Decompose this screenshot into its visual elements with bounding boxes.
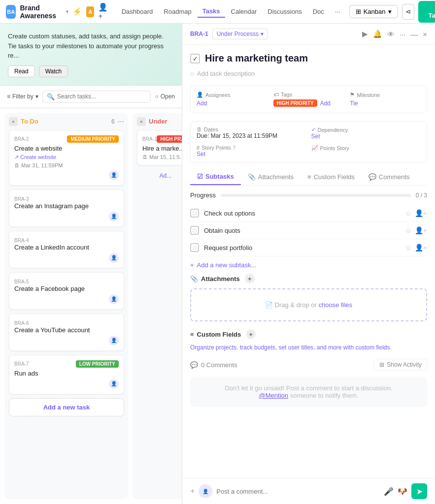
emoji-icon[interactable]: ☺ bbox=[405, 226, 412, 234]
chevron-down-icon[interactable]: ▾ bbox=[66, 9, 68, 14]
task-status-dropdown[interactable]: Under Processs ▾ bbox=[212, 29, 268, 39]
search-input[interactable] bbox=[57, 93, 147, 100]
dependency-set[interactable]: Set bbox=[311, 133, 421, 140]
desc-icon: ○ bbox=[190, 70, 194, 77]
play-icon[interactable]: ▶ bbox=[362, 30, 368, 38]
banner: Create custom statuses, add tasks, and a… bbox=[0, 24, 182, 86]
nav-calendar[interactable]: Calendar bbox=[226, 6, 262, 17]
add-new-task-button[interactable]: Add a new task bbox=[9, 398, 124, 416]
assignee-icon[interactable]: 👤+ bbox=[415, 244, 427, 252]
open-filter[interactable]: ○ Open bbox=[155, 93, 175, 100]
task-description[interactable]: ○ Add task description bbox=[190, 70, 427, 77]
subtask-checkbox[interactable]: □ bbox=[190, 209, 199, 218]
share-button[interactable]: ⊲ bbox=[402, 4, 414, 20]
nav-more[interactable]: ··· bbox=[330, 6, 345, 17]
bell-icon[interactable]: 🔔 bbox=[373, 30, 382, 38]
custom-fields-add-button[interactable]: + bbox=[246, 329, 256, 339]
assignees-add-button[interactable]: Add bbox=[197, 100, 268, 107]
nav-discussions[interactable]: Discussions bbox=[263, 6, 306, 17]
card-id: BRA-2 bbox=[14, 136, 29, 142]
show-activity-button[interactable]: ⊞ Show Activity bbox=[374, 359, 427, 371]
kanban-button[interactable]: ⊞ Kanban ▾ bbox=[349, 5, 398, 18]
project-avatar: BA bbox=[6, 5, 16, 19]
watch-button[interactable]: Watch bbox=[39, 65, 68, 77]
col-under-title: Under bbox=[149, 118, 182, 125]
project-name: Brand Awareness bbox=[20, 4, 62, 20]
col-under-add-icon[interactable]: + bbox=[137, 117, 146, 126]
topbar-nav: Dashboard Roadmap Tasks Calendar Discuss… bbox=[117, 5, 345, 18]
detail-tabs: ☑ Subtasks 📎 Attachments ≡ Custom Fields… bbox=[190, 169, 427, 186]
add-task-status-button[interactable]: + Add Task/Status bbox=[418, 1, 435, 23]
assignee-icon[interactable]: 👤+ bbox=[415, 226, 427, 234]
choose-files-link[interactable]: choose files bbox=[318, 301, 352, 309]
microphone-icon[interactable]: 🎤 bbox=[384, 487, 394, 496]
card-bra6[interactable]: BRA-6 Create a YouTube account 👤 bbox=[9, 314, 124, 351]
add-subtask-button[interactable]: + Add a new subtask... bbox=[190, 256, 427, 274]
comment-count-icon: 💬 bbox=[190, 361, 198, 369]
close-icon[interactable]: × bbox=[423, 30, 427, 38]
tag-add-button[interactable]: Add bbox=[320, 100, 331, 107]
emoji-icon[interactable]: ☺ bbox=[405, 209, 412, 217]
add-subtask-label: Add a new subtask... bbox=[197, 261, 257, 269]
card-bra5[interactable]: BRA-5 Create a Facebook page 👤 bbox=[9, 272, 124, 310]
milestone-value[interactable]: Tie bbox=[350, 100, 421, 107]
card-bra2[interactable]: BRA-2 MEDIUM PRIORITY Create a website ↗… bbox=[9, 130, 124, 186]
nav-doc[interactable]: Doc bbox=[308, 6, 329, 17]
tab-comments[interactable]: 💬 Comments bbox=[362, 169, 417, 185]
filter-button[interactable]: ≡ Filter by ▾ bbox=[7, 93, 38, 100]
column-under-header: + Under bbox=[137, 117, 182, 126]
story-points-help-icon[interactable]: ? bbox=[233, 145, 235, 151]
nav-tasks[interactable]: Tasks bbox=[198, 5, 225, 18]
subtask-actions: ☺ 👤+ bbox=[405, 226, 427, 234]
comment-user-avatar: 👤 bbox=[199, 484, 212, 498]
send-comment-button[interactable]: ➤ bbox=[411, 483, 427, 499]
story-points-set[interactable]: Set bbox=[197, 151, 306, 158]
lightning-icon[interactable]: ⚡ bbox=[72, 7, 82, 16]
attachments-add-button[interactable]: + bbox=[245, 274, 255, 284]
mention-link[interactable]: @Mention bbox=[259, 392, 288, 399]
card-bra1[interactable]: BRA-1 HIGH PR... Hire a marke... 🗓 Mar 1… bbox=[137, 130, 182, 165]
card-bra4[interactable]: BRA-4 Create a LinkedIn account 👤 bbox=[9, 231, 124, 268]
card-id: BRA-6 bbox=[14, 320, 29, 326]
col-todo-more-icon[interactable]: ··· bbox=[118, 118, 124, 126]
emoji-icon[interactable]: ☺ bbox=[405, 244, 412, 252]
comment-input[interactable] bbox=[216, 488, 380, 495]
emoji-picker-icon[interactable]: 🐶 bbox=[398, 487, 407, 496]
subtask-checkbox[interactable]: □ bbox=[190, 226, 199, 235]
send-icon: ➤ bbox=[416, 487, 423, 496]
tab-custom-fields[interactable]: ≡ Custom Fields bbox=[301, 169, 362, 185]
custom-fields-section-label: Custom Fields bbox=[197, 331, 241, 338]
card-bra3[interactable]: BRA-3 Create an Instagram page 👤 bbox=[9, 189, 124, 227]
card-bra7[interactable]: BRA-7 LOW PRIORITY Run ads 👤 bbox=[9, 355, 124, 394]
minimize-icon[interactable]: — bbox=[410, 30, 418, 38]
assignee-icon[interactable]: 👤+ bbox=[415, 209, 427, 217]
eye-icon[interactable]: 👁 bbox=[387, 30, 395, 38]
col-todo-add-icon[interactable]: + bbox=[9, 117, 18, 126]
tab-attachments[interactable]: 📎 Attachments bbox=[241, 169, 301, 185]
tag-icon: 🏷 bbox=[273, 92, 279, 97]
col-todo-count: 6 bbox=[111, 118, 115, 125]
add-card-button[interactable]: Ad... bbox=[137, 169, 182, 182]
file-drop-zone[interactable]: 📄 Drag & drop or choose files bbox=[190, 288, 427, 321]
add-comment-icon[interactable]: + bbox=[190, 487, 195, 496]
add-person-icon[interactable]: 👤+ bbox=[98, 2, 108, 21]
tab-subtasks[interactable]: ☑ Subtasks bbox=[190, 169, 241, 185]
filter-label: Filter by bbox=[12, 93, 33, 100]
assignee-avatar: 👤 bbox=[109, 253, 119, 263]
column-todo: + To Do 6 ··· BRA-2 MEDIUM PRIORITY Crea… bbox=[5, 113, 128, 500]
drop-zone-text: Drag & drop or bbox=[275, 301, 319, 309]
comment-placeholder: Don't let it go unsaid! Post a comment t… bbox=[190, 377, 427, 407]
file-icon: 📄 bbox=[265, 301, 273, 309]
search-icon: 🔍 bbox=[47, 93, 55, 100]
card-link[interactable]: ↗ Create website bbox=[14, 154, 119, 160]
subtask-checkbox[interactable]: □ bbox=[190, 243, 199, 252]
dates-dependency-row: 🗓 Dates Due: Mar 15, 2023 at 11:59PM ✓ D… bbox=[190, 121, 427, 163]
nav-dashboard[interactable]: Dashboard bbox=[117, 6, 158, 17]
columns-area: + To Do 6 ··· BRA-2 MEDIUM PRIORITY Crea… bbox=[0, 108, 182, 504]
comment-input-bar: + 👤 🎤 🐶 ➤ bbox=[182, 478, 435, 504]
task-complete-checkbox[interactable]: ✓ bbox=[190, 54, 200, 63]
banner-buttons: Read Watch bbox=[8, 65, 174, 77]
nav-roadmap[interactable]: Roadmap bbox=[159, 6, 196, 17]
read-button[interactable]: Read bbox=[8, 65, 35, 77]
more-icon[interactable]: ··· bbox=[400, 30, 406, 38]
